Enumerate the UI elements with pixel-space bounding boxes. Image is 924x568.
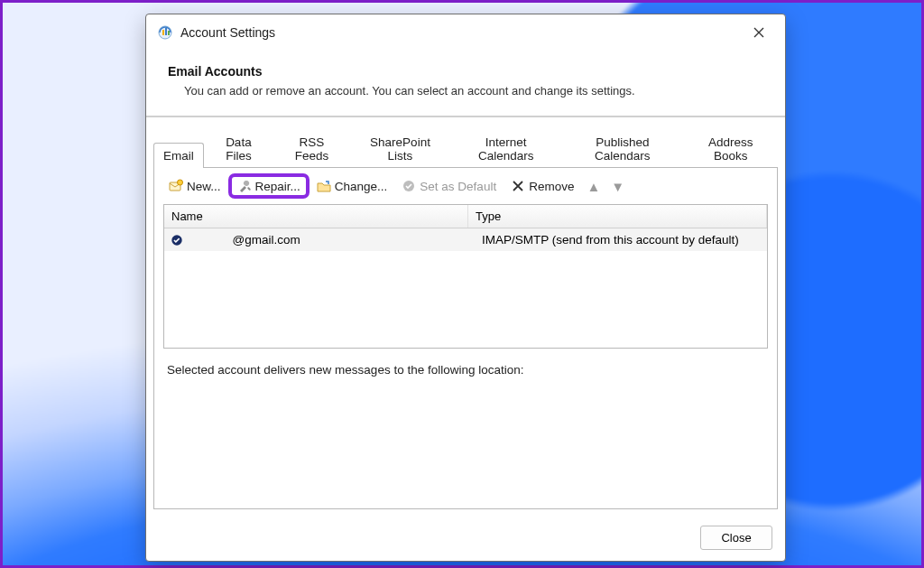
column-name[interactable]: Name <box>164 205 468 228</box>
remove-account-label: Remove <box>529 180 574 193</box>
tab-address-books[interactable]: Address Books <box>683 129 778 168</box>
dialog-header: Email Accounts You can add or remove an … <box>146 50 785 117</box>
app-icon <box>157 24 173 41</box>
repair-tools-icon <box>237 179 252 193</box>
tab-sharepoint-lists[interactable]: SharePoint Lists <box>350 129 450 168</box>
tab-email[interactable]: Email <box>153 143 204 168</box>
header-subtitle: You can add or remove an account. You ca… <box>168 84 763 98</box>
tab-rss-feeds[interactable]: RSS Feeds <box>273 129 350 168</box>
arrow-down-icon: ▼ <box>611 179 624 194</box>
svg-rect-6 <box>246 187 250 191</box>
accounts-list[interactable]: Name Type @gmail.com IMAP/SMTP (send fro… <box>163 204 768 349</box>
account-row[interactable]: @gmail.com IMAP/SMTP (send from this acc… <box>164 228 767 251</box>
tab-strip: Email Data Files RSS Feeds SharePoint Li… <box>146 117 785 167</box>
svg-rect-2 <box>165 28 167 35</box>
arrow-up-icon: ▲ <box>587 179 600 194</box>
check-circle-icon <box>402 179 416 193</box>
new-account-button[interactable]: New... <box>165 177 225 195</box>
change-account-label: Change... <box>335 180 388 193</box>
change-folder-icon <box>317 179 331 193</box>
remove-account-button[interactable]: Remove <box>507 177 578 195</box>
svg-rect-1 <box>162 30 164 35</box>
set-default-button: Set as Default <box>398 177 500 195</box>
account-settings-dialog: Account Settings Email Accounts You can … <box>145 14 786 562</box>
repair-account-label: Repair... <box>255 180 300 193</box>
move-down-button: ▼ <box>609 179 626 194</box>
accounts-list-header: Name Type <box>164 205 767 228</box>
titlebar: Account Settings <box>146 14 785 50</box>
dialog-button-row: Close <box>146 517 785 561</box>
set-default-label: Set as Default <box>420 180 496 193</box>
account-name-cell: @gmail.com <box>191 228 475 251</box>
delivery-location-label: Selected account delivers new messages t… <box>163 349 768 377</box>
close-icon <box>753 27 764 38</box>
account-type-cell: IMAP/SMTP (send from this account by def… <box>475 228 767 251</box>
tab-published-calendars[interactable]: Published Calendars <box>561 129 683 168</box>
svg-rect-3 <box>168 31 170 35</box>
tab-panel-email: New... Repair... <box>153 167 778 509</box>
accounts-toolbar: New... Repair... <box>163 175 768 204</box>
svg-point-5 <box>178 180 183 185</box>
change-account-button[interactable]: Change... <box>313 177 392 195</box>
close-button[interactable]: Close <box>700 526 772 550</box>
repair-account-button[interactable]: Repair... <box>232 177 306 195</box>
default-account-check-icon <box>170 233 184 247</box>
tab-internet-calendars[interactable]: Internet Calendars <box>450 129 561 168</box>
window-close-button[interactable] <box>740 19 778 46</box>
tab-data-files[interactable]: Data Files <box>204 129 273 168</box>
new-account-label: New... <box>187 180 221 193</box>
move-up-button: ▲ <box>585 179 602 194</box>
column-type[interactable]: Type <box>468 205 767 228</box>
remove-x-icon <box>511 179 525 193</box>
window-title: Account Settings <box>180 25 275 40</box>
header-title: Email Accounts <box>168 64 763 79</box>
new-mail-icon <box>169 179 183 193</box>
